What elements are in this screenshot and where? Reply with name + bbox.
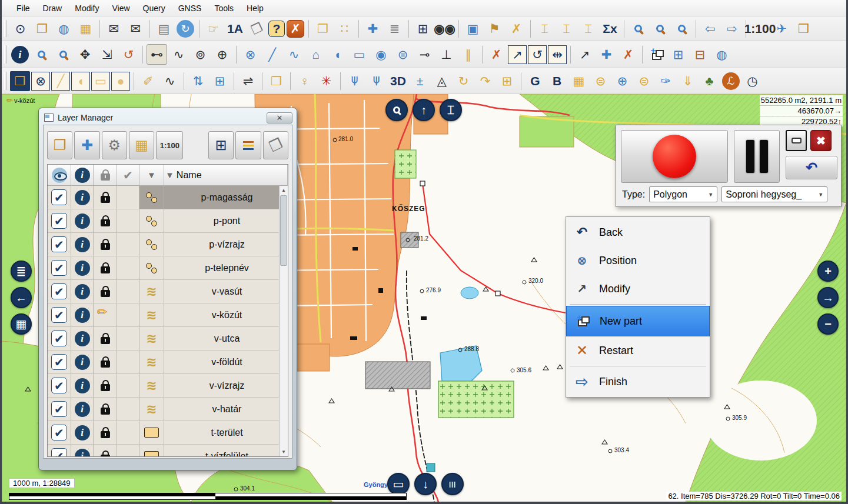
save-layer-button[interactable]: ▦ [129, 131, 154, 159]
layer-name[interactable]: t-terület [164, 421, 288, 444]
menu-draw[interactable]: Draw [36, 1, 69, 15]
minimize-button[interactable] [786, 130, 807, 151]
cancel-edit-button[interactable]: ✗ [486, 44, 507, 65]
lock-icon[interactable] [101, 290, 110, 297]
info-icon[interactable] [75, 449, 90, 458]
logo-button[interactable]: ℒ [722, 72, 740, 90]
scale-object-button[interactable]: ↗ [508, 45, 527, 64]
tin-z-button[interactable]: ◬ [431, 71, 452, 91]
layer-tag-button[interactable]: ❒ [263, 131, 288, 159]
draw-perpendicular-button[interactable]: ⊥ [436, 44, 457, 65]
vertex-move-button[interactable]: ↗ [574, 44, 595, 65]
visible-checkbox[interactable] [51, 378, 67, 393]
layer-row[interactable]: v-utca [48, 327, 288, 351]
part-add-button[interactable]: ⊞ [668, 44, 689, 65]
layer-name[interactable]: p-pont [164, 209, 288, 232]
rotate-view-button[interactable]: ↺ [118, 44, 139, 65]
bottom-down-button[interactable]: ↓ [414, 473, 437, 495]
new-layer-button[interactable]: ❐ [47, 131, 72, 159]
select-point-button[interactable]: ⊗ [31, 72, 50, 91]
import-mail-button[interactable]: ✉ [104, 18, 124, 39]
layer-name[interactable]: p-vízrajz [164, 233, 288, 256]
vertex-delete-button[interactable]: ✗ [618, 44, 639, 65]
visible-checkbox[interactable] [51, 401, 67, 417]
export-grid-button[interactable]: ⊞ [209, 71, 230, 91]
import-layer-button[interactable]: ⇅ [188, 71, 208, 91]
lock-icon[interactable] [101, 361, 110, 368]
info-icon[interactable] [75, 237, 90, 252]
digitize-pen-button[interactable]: ✐ [138, 71, 158, 91]
find-button[interactable]: ◉◉ [434, 18, 455, 39]
layer-rotate-button[interactable]: ↻ [453, 71, 474, 91]
open-project-button[interactable]: ❐ [32, 18, 52, 39]
exit-button[interactable]: ✗ [287, 20, 304, 38]
visible-checkbox[interactable] [51, 331, 67, 346]
print-button[interactable]: ▤ [154, 18, 174, 39]
layer-row[interactable]: p-telepnév [48, 256, 288, 280]
copy-parts-button[interactable]: ❐ [266, 71, 287, 91]
map-canvas[interactable]: v-közút 552265.0 m2, 2191.1 m 463670.07→… [2, 94, 846, 502]
lock-icon[interactable] [101, 337, 110, 344]
menu-help[interactable]: Help [240, 1, 270, 15]
info-icon[interactable] [75, 402, 90, 417]
side-next-button[interactable]: → [817, 287, 839, 308]
check-icon[interactable] [123, 168, 133, 182]
scroll-thumb[interactable] [280, 195, 287, 266]
sync-button[interactable]: ↻ [177, 20, 194, 38]
map-north-button[interactable]: ↑ [413, 99, 435, 121]
map-measure-button[interactable]: ⌶ [440, 99, 462, 121]
info-icon[interactable] [75, 308, 90, 323]
delete-track-button[interactable]: ✗ [506, 18, 527, 39]
vertex-map-button[interactable]: ∷ [334, 18, 355, 39]
globe-b-button[interactable]: B [547, 71, 567, 91]
draw-rectangle-button[interactable]: ▭ [349, 44, 370, 65]
side-back-button[interactable]: ← [11, 287, 32, 308]
scale-1100-button[interactable]: 1:100 [750, 18, 770, 39]
grid-save-button[interactable]: ⊞ [497, 71, 517, 91]
lock-icon[interactable] [101, 243, 110, 250]
lock-icon[interactable] [101, 312, 110, 319]
menu-item-position[interactable]: ⊗ Position [566, 246, 710, 275]
split-parts-button[interactable]: ⋔ [344, 71, 365, 91]
calculator-button[interactable]: ± [410, 71, 430, 91]
db-save-button[interactable]: ⊜ [634, 71, 654, 91]
toolbar-grip[interactable] [4, 72, 6, 89]
layer-dropdown[interactable]: Soproni hegyseg_▼ [721, 186, 827, 202]
lock-icon[interactable] [101, 196, 110, 203]
attribute-edit-button[interactable]: ⌶ [534, 18, 555, 39]
layer-row[interactable]: t-terület [48, 421, 288, 445]
lock-icon[interactable] [101, 219, 110, 226]
map-zoom-button[interactable] [385, 99, 408, 121]
register-book-button[interactable]: ❒ [793, 18, 814, 39]
info-icon[interactable] [75, 190, 90, 205]
view-previous-button[interactable]: ⇦ [700, 18, 720, 39]
layer-name[interactable]: t-vízfelület [164, 445, 288, 457]
flight-button[interactable]: ✈ [771, 18, 792, 39]
undo-button[interactable]: ↶ [786, 156, 837, 179]
layer-row[interactable]: v-földút [48, 351, 288, 374]
menu-item-back[interactable]: ↶ Back [566, 218, 710, 246]
layer-row[interactable]: v-közút [48, 303, 288, 327]
draw-polygon-button[interactable]: ⌂ [305, 44, 326, 65]
visible-checkbox[interactable] [51, 425, 67, 440]
export-mail-button[interactable]: ✉ [125, 18, 146, 39]
place-pin-button[interactable]: ♀ [294, 71, 315, 91]
lock-icon[interactable] [101, 455, 110, 457]
layer-name[interactable]: p-magasság [164, 186, 288, 209]
menu-query[interactable]: Query [137, 1, 172, 15]
dictionary-button[interactable]: 1A [225, 18, 245, 39]
add-layer-button[interactable]: ✚ [363, 18, 383, 39]
lock-icon[interactable] [101, 408, 110, 415]
info-button[interactable]: i [11, 46, 29, 64]
select-rectangle-button[interactable]: ▭ [91, 72, 110, 91]
layer-name[interactable]: v-vasút [164, 280, 288, 303]
layer-import-button[interactable]: ↷ [475, 71, 496, 91]
find-layers-button[interactable] [628, 18, 649, 39]
draw-curve-button[interactable]: ∿ [284, 44, 304, 65]
lock-icon[interactable] [101, 431, 110, 438]
toolbar-grip[interactable] [4, 20, 6, 37]
toolbar-grip[interactable] [4, 45, 6, 64]
center-position-button[interactable]: ⊕ [212, 44, 232, 65]
layer-manager-titlebar[interactable]: Layer Manager ✕ [43, 111, 292, 125]
measure-path-button[interactable]: ∿ [168, 44, 189, 65]
